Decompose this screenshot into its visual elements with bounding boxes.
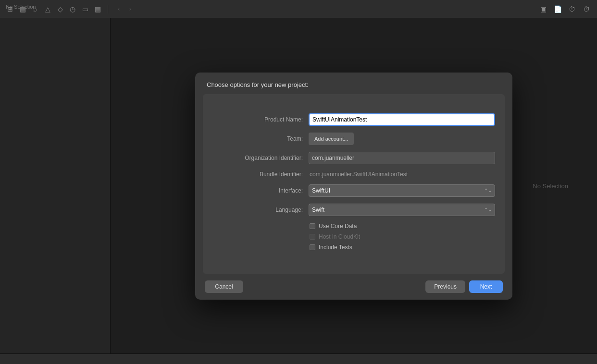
org-id-row: Organization Identifier: com.juanmueller <box>212 152 495 164</box>
content-area: No Selection Choose options for your new… <box>111 18 597 353</box>
bundle-id-value: com.juanmueller.SwiftUIAnimationTest <box>309 171 495 178</box>
main-layout: No Selection No Selection Choose options… <box>0 18 597 353</box>
use-core-data-label: Use Core Data <box>319 223 357 230</box>
timer-icon[interactable]: ⏱ <box>567 4 577 14</box>
next-button[interactable]: Next <box>469 280 503 293</box>
bundle-id-label: Bundle Identifier: <box>212 171 309 178</box>
form-area: Product Name: Team: Add account... Organ… <box>203 94 505 274</box>
product-name-row: Product Name: <box>212 113 495 126</box>
interface-select-value: SwiftUI <box>312 187 330 194</box>
interface-select[interactable]: SwiftUI ⌃⌄ <box>309 184 495 197</box>
previous-button[interactable]: Previous <box>425 280 465 293</box>
dialog-header: Choose options for your new project: <box>195 73 512 94</box>
include-tests-label: Include Tests <box>319 244 352 251</box>
sidebar-no-selection: No Selection <box>0 0 41 13</box>
interface-select-arrow: ⌃⌄ <box>484 188 492 193</box>
language-select[interactable]: Swift ⌃⌄ <box>309 204 495 216</box>
include-tests-checkbox[interactable] <box>310 244 315 250</box>
toolbar-right: ▣ 📄 ⏱ ⏱ <box>538 4 591 14</box>
nav-back-button[interactable]: ‹ <box>114 4 124 14</box>
display-icon[interactable]: ▣ <box>538 4 548 14</box>
product-name-input[interactable] <box>309 113 495 126</box>
use-core-data-checkbox[interactable] <box>310 223 315 229</box>
host-in-cloudkit-row: Host in CloudKit <box>310 233 495 240</box>
sidebar: No Selection <box>0 18 111 353</box>
bundle-id-row: Bundle Identifier: com.juanmueller.Swift… <box>212 171 495 178</box>
nav-forward-button[interactable]: › <box>125 4 135 14</box>
host-in-cloudkit-label: Host in CloudKit <box>319 233 360 240</box>
language-select-arrow: ⌃⌄ <box>484 207 492 212</box>
help-icon[interactable]: ⏱ <box>582 4 591 14</box>
include-tests-row: Include Tests <box>310 244 495 251</box>
toolbar: ⊞ ▤ ⌕ △ ◇ ◷ ▭ ▤ ‹ › ▣ 📄 ⏱ ⏱ <box>0 0 597 18</box>
interface-label: Interface: <box>212 187 309 194</box>
add-account-button[interactable]: Add account... <box>309 133 354 145</box>
interface-row: Interface: SwiftUI ⌃⌄ <box>212 184 495 197</box>
language-select-value: Swift <box>312 206 324 213</box>
dialog-overlay: Choose options for your new project: Pro… <box>111 18 597 353</box>
toolbar-nav: ‹ › <box>114 4 135 14</box>
cancel-button[interactable]: Cancel <box>205 280 243 293</box>
language-label: Language: <box>212 206 309 213</box>
language-row: Language: Swift ⌃⌄ <box>212 204 495 216</box>
warning-icon[interactable]: △ <box>43 5 52 13</box>
toolbar-divider <box>108 5 108 13</box>
team-label: Team: <box>212 135 309 142</box>
dialog-footer: Cancel Previous Next <box>195 274 512 300</box>
chat-icon[interactable]: ▭ <box>81 5 89 13</box>
nav-buttons: Previous Next <box>425 280 503 293</box>
product-name-label: Product Name: <box>212 116 309 123</box>
file-icon[interactable]: 📄 <box>553 4 562 14</box>
status-bar <box>0 353 597 364</box>
diamond-icon[interactable]: ◇ <box>56 5 64 13</box>
host-in-cloudkit-checkbox[interactable] <box>310 234 315 240</box>
new-project-dialog: Choose options for your new project: Pro… <box>195 73 512 300</box>
org-id-label: Organization Identifier: <box>212 155 309 161</box>
team-row: Team: Add account... <box>212 133 495 145</box>
clock-icon[interactable]: ◷ <box>68 5 77 13</box>
use-core-data-row: Use Core Data <box>310 223 495 230</box>
dialog-title: Choose options for your new project: <box>207 81 309 88</box>
org-id-input[interactable]: com.juanmueller <box>309 152 495 164</box>
list-icon[interactable]: ▤ <box>93 5 102 13</box>
